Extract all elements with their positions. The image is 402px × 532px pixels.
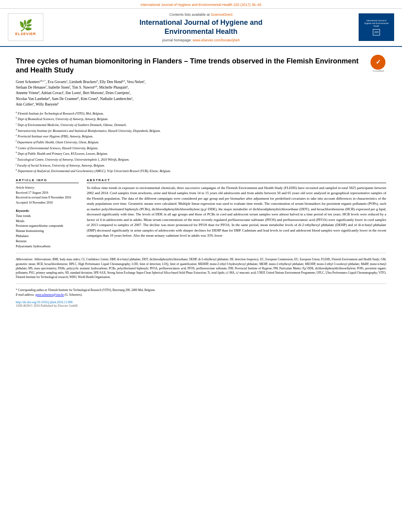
crossmark-label: CrossMark xyxy=(370,70,386,72)
journal-title-line2: Environmental Health xyxy=(164,28,237,35)
journal-citation-link[interactable]: International Journal of Hygiene and Env… xyxy=(141,3,262,7)
keyword-7: Polyaromatic hydrocarbons xyxy=(16,244,79,249)
affiliation-k: k Department of Analytical, Environmenta… xyxy=(16,168,386,174)
keywords-label: Keywords: xyxy=(16,209,79,214)
abbreviations-block: Abbreviations: Abbreviations: BMI, body … xyxy=(16,257,386,279)
affiliation-e: e Provincial Instituut voor Hygiene (PIH… xyxy=(16,133,386,139)
abstract-col: ABSTRACT To follow time trends in exposu… xyxy=(87,178,386,249)
journal-title-line1: International Journal of Hygiene and xyxy=(140,19,262,26)
journal-title: International Journal of Hygiene and Env… xyxy=(43,18,359,37)
crossmark-badge-container[interactable]: ✓ CrossMark xyxy=(370,55,386,70)
affiliation-d: d Interuniversity Institute for Biostati… xyxy=(16,128,386,133)
elsevier-brand-text: ELSEVIER xyxy=(15,32,36,36)
keyword-4: Human biomonitoring xyxy=(16,229,79,234)
authors-line: Greet Schoetersa,b,c,*, Eva Govartsa, Li… xyxy=(16,79,386,108)
article-info-header: ARTICLE INFO xyxy=(16,178,79,183)
keyword-5: Phthalates xyxy=(16,234,79,239)
email-text: E-mail address: greet.schoeters@vito.be … xyxy=(16,293,386,297)
keyword-6: Benzene xyxy=(16,239,79,244)
homepage-label: journal homepage: xyxy=(162,38,192,42)
journal-citation-bar: International Journal of Hygiene and Env… xyxy=(0,0,402,9)
affiliation-b: b Dept of Biomedical Sciences, Universit… xyxy=(16,116,386,122)
history-label: Article history: xyxy=(16,185,79,191)
keyword-1: Time trends xyxy=(16,214,79,219)
abstract-header: ABSTRACT xyxy=(87,178,386,183)
affiliation-c: c Dept of Environmental Medicine, Univer… xyxy=(16,122,386,128)
homepage-line: journal homepage: www.elsevier.com/locat… xyxy=(43,38,359,42)
main-content: Three cycles of human biomonitoring in F… xyxy=(0,47,402,313)
doi-line: http://dx.doi.org/10.1016/j.ijheh.2016.1… xyxy=(16,300,386,304)
accepted-date: Accepted 14 November 2016 xyxy=(16,200,79,206)
journal-title-block: Contents lists available at ScienceDirec… xyxy=(43,13,359,42)
affiliation-a: a Flemish Institute for Technological Re… xyxy=(16,111,386,116)
footnote-text: * Corresponding author at: Flemish Insti… xyxy=(16,288,386,293)
abbreviations-label: Abbreviations: xyxy=(16,258,34,261)
issn-line: 1438-4639/© 2016 Published by Elsevier G… xyxy=(16,304,386,308)
article-info-abstract-cols: ARTICLE INFO Article history: Received 1… xyxy=(16,178,386,249)
abbreviations-text: Abbreviations: BMI, body mass index; CI,… xyxy=(16,258,386,279)
abstract-text: To follow time trends in exposure to env… xyxy=(87,185,386,239)
elsevier-logo: 🌿 ELSEVIER xyxy=(8,13,43,41)
affiliations-block: a Flemish Institute for Technological Re… xyxy=(16,111,386,174)
footnote-block: * Corresponding author at: Flemish Insti… xyxy=(16,288,386,297)
received-date: Received 17 August 2016 xyxy=(16,191,79,196)
affiliation-h: h Dept of Public Health and Primary Care… xyxy=(16,151,386,156)
right-logo-text: International Journal ofHygiene and Envi… xyxy=(364,19,388,35)
email-link[interactable]: greet.schoeters@vito.be xyxy=(35,293,64,297)
history-block: Article history: Received 17 August 2016… xyxy=(16,185,79,206)
journal-header: 🌿 ELSEVIER Contents lists available at S… xyxy=(0,9,402,47)
affiliation-g: g Centre of Environmental Sciences, Hass… xyxy=(16,145,386,151)
homepage-link[interactable]: www.elsevier.com/locate/ijheh xyxy=(193,38,240,42)
keyword-2: Metals xyxy=(16,219,79,224)
received-revised-date: Received in revised form 8 November 2016 xyxy=(16,195,79,200)
sciencedirect-link[interactable]: ScienceDirect xyxy=(211,13,233,17)
doi-link[interactable]: http://dx.doi.org/10.1016/j.ijheh.2016.1… xyxy=(16,300,73,304)
affiliation-i: i Toxicological Centre, University of An… xyxy=(16,157,386,162)
keywords-block: Keywords: Time trends Metals Persistent … xyxy=(16,209,79,249)
article-title: Three cycles of human biomonitoring in F… xyxy=(16,57,367,75)
divider-2 xyxy=(16,284,386,284)
divider-1 xyxy=(16,253,386,253)
keyword-3: Persistent organochlorine compounds xyxy=(16,224,79,229)
affiliation-f: f Department of Public Health, Ghent Uni… xyxy=(16,139,386,145)
contents-available-line: Contents lists available at ScienceDirec… xyxy=(43,13,359,17)
contents-label: Contents lists available at xyxy=(169,13,210,17)
article-info-col: ARTICLE INFO Article history: Received 1… xyxy=(16,178,79,249)
affiliation-j: j Faculty of Social Sciences, University… xyxy=(16,163,386,168)
journal-logo-right: International Journal ofHygiene and Envi… xyxy=(359,13,394,41)
elsevier-tree-icon: 🌿 xyxy=(19,19,33,32)
crossmark-icon[interactable]: ✓ xyxy=(370,55,385,70)
